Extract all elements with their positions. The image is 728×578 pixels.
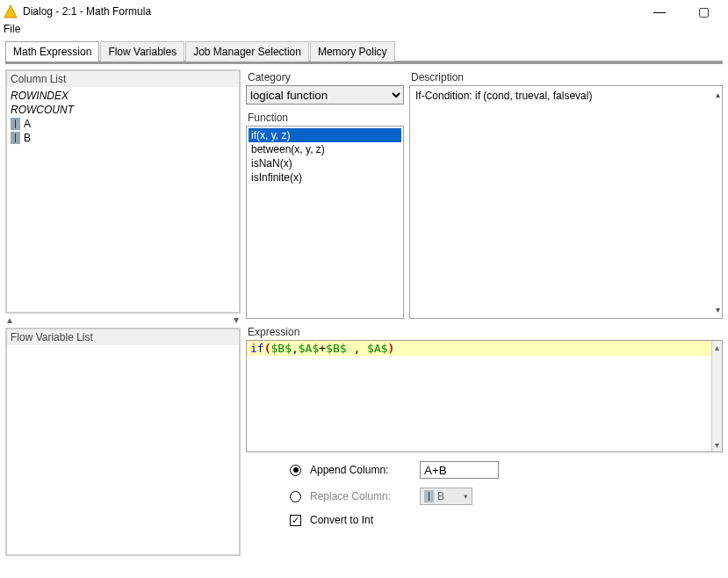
- window-title: Dialog - 2:1 - Math Formula: [23, 5, 644, 18]
- column-item-a[interactable]: A: [11, 117, 235, 131]
- tab-memory-policy[interactable]: Memory Policy: [310, 41, 395, 61]
- function-item-isnan[interactable]: isNaN(x): [249, 156, 401, 170]
- replace-column-radio[interactable]: [290, 491, 301, 502]
- column-list-panel: Column List ROWINDEX ROWCOUNT A B: [5, 69, 241, 314]
- title-bar: Dialog - 2:1 - Math Formula — ▢: [0, 0, 728, 23]
- tabstrip: Math Expression Flow Variables Job Manag…: [5, 41, 723, 61]
- column-item-rowindex[interactable]: ROWINDEX: [11, 89, 235, 103]
- tab-math-expression[interactable]: Math Expression: [5, 41, 99, 61]
- expression-editor[interactable]: if($B$,$A$+$B$ , $A$) ▴▾: [246, 340, 723, 452]
- svg-marker-0: [4, 5, 17, 18]
- description-label: Description: [409, 69, 723, 85]
- convert-to-int-label: Convert to Int: [310, 514, 373, 526]
- function-item-between[interactable]: between(x, y, z): [249, 142, 401, 156]
- scroll-down-icon[interactable]: ▾: [716, 305, 720, 314]
- integer-type-icon: [424, 490, 434, 502]
- category-select[interactable]: logical function: [246, 85, 404, 105]
- replace-column-combo: B ▾: [420, 488, 472, 505]
- flow-variable-panel: Flow Variable List: [5, 328, 241, 556]
- scroll-up-icon[interactable]: ▴: [716, 90, 720, 99]
- append-column-label: Append Column:: [310, 464, 411, 476]
- category-label: Category: [246, 69, 404, 85]
- expression-label: Expression: [246, 324, 723, 340]
- flow-variable-title: Flow Variable List: [7, 329, 239, 345]
- column-item-b[interactable]: B: [11, 131, 235, 145]
- description-box: If-Condition: if (cond, trueval, falseva…: [409, 85, 723, 319]
- tab-job-manager[interactable]: Job Manager Selection: [185, 41, 309, 61]
- integer-type-icon: [11, 118, 20, 130]
- column-item-rowcount[interactable]: ROWCOUNT: [11, 103, 235, 117]
- expression-scrollbar[interactable]: ▴▾: [711, 341, 722, 452]
- function-item-if[interactable]: if(x, y, z): [249, 128, 401, 142]
- function-list[interactable]: if(x, y, z) between(x, y, z) isNaN(x) is…: [246, 126, 404, 319]
- chevron-down-icon: ▾: [464, 492, 468, 501]
- tab-flow-variables[interactable]: Flow Variables: [100, 41, 184, 61]
- description-text: If-Condition: if (cond, trueval, falseva…: [415, 90, 592, 102]
- minimize-button[interactable]: —: [644, 3, 675, 20]
- column-list-body[interactable]: ROWINDEX ROWCOUNT A B: [7, 87, 239, 312]
- flow-variable-body[interactable]: [7, 345, 239, 554]
- replace-column-label: Replace Column:: [310, 490, 411, 502]
- app-icon: [4, 4, 18, 18]
- menu-file[interactable]: File: [4, 23, 20, 35]
- integer-type-icon: [11, 132, 20, 144]
- append-column-input[interactable]: [420, 461, 499, 479]
- function-label: Function: [246, 110, 404, 126]
- expression-line[interactable]: if($B$,$A$+$B$ , $A$): [247, 341, 722, 356]
- column-list-title: Column List: [7, 71, 239, 87]
- maximize-button[interactable]: ▢: [688, 3, 719, 20]
- menubar: File: [0, 23, 728, 40]
- panel-resize-arrows[interactable]: ▴▾: [5, 314, 241, 328]
- function-item-isinfinite[interactable]: isInfinite(x): [249, 170, 401, 184]
- convert-to-int-checkbox[interactable]: [290, 515, 301, 526]
- append-column-radio[interactable]: [290, 465, 301, 476]
